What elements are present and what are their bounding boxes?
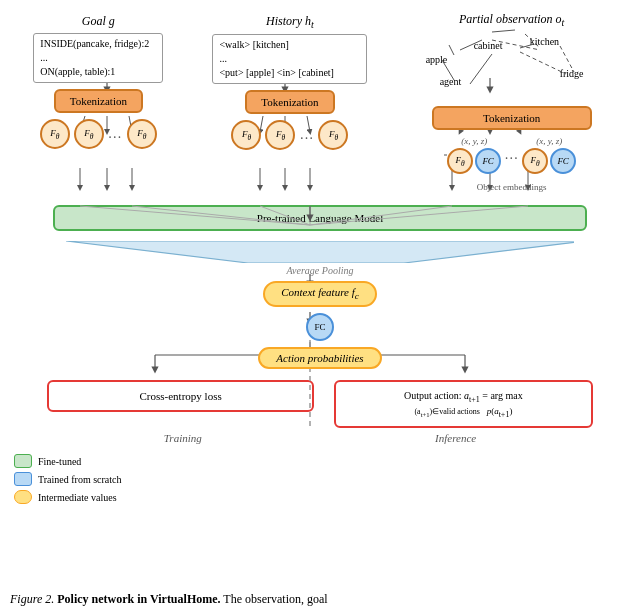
- goal-text-box: INSIDE(pancake, fridge):2 ... ON(apple, …: [33, 33, 163, 83]
- figure-caption: Figure 2. Policy network in VirtualHome.…: [10, 591, 630, 608]
- obs-xy-label2: (x, y, z): [536, 136, 562, 146]
- obs-circle-fc1: FC: [475, 148, 501, 174]
- action-prob-box: Action probabilities: [258, 347, 381, 369]
- history-column: History ht <walk> [kitchen] ... <put> [a…: [205, 14, 375, 156]
- bottom-labels: Training Inference: [47, 432, 593, 444]
- legend-intermediate-label: Intermediate values: [38, 492, 117, 503]
- action-prob-label: Action probabilities: [276, 352, 363, 364]
- legend: Fine-tuned Trained from scratch Intermed…: [14, 454, 122, 504]
- obj-embed-label: Object embeddings: [477, 182, 547, 192]
- goal-text-ellipsis: ...: [40, 52, 48, 63]
- plm-label: Pre-trained Language Model: [257, 212, 383, 224]
- history-ellipsis: ...: [219, 53, 227, 64]
- history-circle-1: Fθ: [231, 120, 261, 150]
- history-circles-row: Fθ Fθ … Fθ: [231, 120, 348, 150]
- goal-tokenization-box: Tokenization: [54, 89, 143, 113]
- obs-tokenization-box: Tokenization: [432, 106, 592, 130]
- svg-line-45: [470, 54, 492, 84]
- goal-circle-2: Fθ: [74, 119, 104, 149]
- legend-trained-scratch: Trained from scratch: [14, 472, 122, 486]
- goal-dots: …: [108, 126, 123, 142]
- history-line3: <put> [apple] <in> [cabinet]: [219, 67, 333, 78]
- figure-number: Figure 2.: [10, 592, 54, 606]
- legend-trained-scratch-label: Trained from scratch: [38, 474, 122, 485]
- svg-line-48: [560, 46, 574, 72]
- legend-fine-tuned-label: Fine-tuned: [38, 456, 81, 467]
- pooling-svg: [66, 241, 574, 263]
- bottom-section: Cross-entropy loss Output action: at+1 =…: [47, 380, 593, 429]
- top-section: Goal g INSIDE(pancake, fridge):2 ... ON(…: [10, 12, 630, 195]
- svg-line-44: [442, 60, 454, 80]
- history-text-box: <walk> [kitchen] ... <put> [apple] <in> …: [212, 34, 367, 84]
- context-feature-box: Context feature fc: [263, 281, 377, 306]
- goal-text-line1: INSIDE(pancake, fridge):2: [40, 38, 149, 49]
- diagram-container: Goal g INSIDE(pancake, fridge):2 ... ON(…: [0, 0, 640, 614]
- obs-circles-row: (x, y, z) Fθ FC … (x, y, z) Fθ FC: [417, 136, 607, 174]
- plm-box: Pre-trained Language Model: [53, 205, 586, 231]
- pooling-trapezoid: [66, 241, 574, 263]
- goal-label: Goal g: [82, 14, 115, 29]
- history-label: History ht: [266, 14, 314, 30]
- history-line1: <walk> [kitchen]: [219, 39, 288, 50]
- history-dots: …: [299, 127, 314, 143]
- obs-circle-f2: Fθ: [522, 148, 548, 174]
- legend-yellow-box: [14, 490, 32, 504]
- output-action-box: Output action: at+1 = arg max (at+1)∈val…: [334, 380, 593, 429]
- output-formula: (at+1)∈valid actions p(at+1): [348, 406, 579, 419]
- training-label: Training: [164, 432, 202, 444]
- legend-green-box: [14, 454, 32, 468]
- history-circle-3: Fθ: [318, 120, 348, 150]
- output-label: Output action: at+1 = arg max: [348, 390, 579, 404]
- figure-text: The observation, goal: [223, 592, 327, 606]
- goal-circle-3: Fθ: [127, 119, 157, 149]
- obs-circle-fc2: FC: [550, 148, 576, 174]
- obs-graph-svg: [412, 32, 612, 102]
- avg-pool-label: Average Pooling: [287, 265, 354, 276]
- goal-circles-row: Fθ Fθ … Fθ: [40, 119, 157, 149]
- history-circle-2: Fθ: [265, 120, 295, 150]
- legend-fine-tuned: Fine-tuned: [14, 454, 122, 468]
- inference-label: Inference: [435, 432, 476, 444]
- obs-graph: apple cabinet kitchen agent fridge: [412, 32, 612, 102]
- obs-dots: …: [504, 147, 519, 163]
- svg-marker-50: [66, 241, 574, 263]
- history-tokenization-box: Tokenization: [245, 90, 334, 114]
- legend-blue-box: [14, 472, 32, 486]
- legend-intermediate: Intermediate values: [14, 490, 122, 504]
- obs-circle-f1: Fθ: [447, 148, 473, 174]
- obs-label: Partial observation ot: [459, 12, 564, 28]
- goal-text-line3: ON(apple, table):1: [40, 66, 115, 77]
- context-feature-label: Context feature fc: [281, 286, 359, 298]
- svg-line-47: [520, 52, 566, 74]
- fc-circle-main: FC: [306, 313, 334, 341]
- loss-label: Cross-entropy loss: [140, 390, 222, 402]
- svg-line-46: [520, 44, 534, 48]
- goal-column: Goal g INSIDE(pancake, fridge):2 ... ON(…: [28, 14, 168, 155]
- avg-pool-section: Average Pooling Context feature fc FC Ac…: [10, 237, 630, 371]
- obs-xy-label1: (x, y, z): [461, 136, 487, 146]
- obs-column: Partial observation ot apple cabinet kit…: [412, 12, 612, 195]
- cross-entropy-loss-box: Cross-entropy loss: [47, 380, 314, 412]
- goal-circle-1: Fθ: [40, 119, 70, 149]
- figure-title: Policy network in VirtualHome.: [57, 592, 220, 606]
